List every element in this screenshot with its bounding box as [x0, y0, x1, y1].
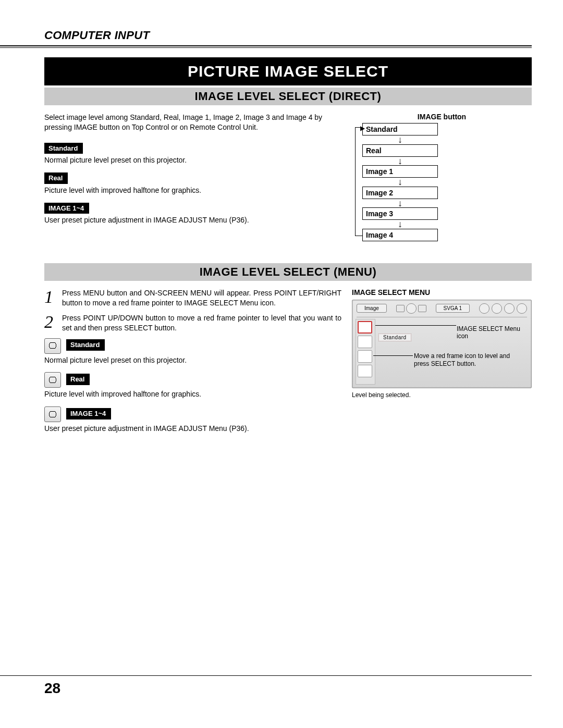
arrow-down-icon: ↓: [362, 158, 438, 165]
intro-text: Select image level among Standard, Real,…: [44, 113, 341, 132]
arrow-down-icon: ↓: [362, 137, 438, 143]
callout-line: [375, 325, 456, 326]
right-arrow-icon: [418, 305, 426, 312]
arrow-down-icon: ↓: [362, 179, 438, 186]
footer-rule: [0, 675, 532, 676]
option-desc-image14: User preset picture adjustment in IMAGE …: [44, 215, 341, 225]
osd-selected-item: Standard: [378, 334, 411, 341]
image-select-menu-title: IMAGE SELECT MENU: [352, 288, 532, 297]
arrow-down-icon: ↓: [362, 200, 438, 207]
toolbar-icon: [479, 303, 489, 314]
flow-item: Image 4: [362, 229, 438, 241]
option-label-real: Real: [44, 172, 68, 184]
subsection-heading-direct: IMAGE LEVEL SELECT (DIRECT): [44, 88, 532, 105]
sidebar-level-icon: [358, 350, 372, 363]
callout-move-frame: Move a red frame icon to level and press…: [414, 352, 526, 368]
flow-item: Image 3: [362, 207, 438, 220]
option-desc-real: Picture level with improved halftone for…: [44, 186, 341, 195]
toolbar-icon: [504, 303, 515, 314]
option-desc-image14-2: User preset picture adjustment in IMAGE …: [44, 424, 341, 434]
option-label-image14: IMAGE 1~4: [44, 203, 89, 214]
step-number-2: 2: [44, 313, 56, 333]
flow-item: Real: [362, 144, 438, 157]
loop-arrow-icon: ▶: [360, 125, 365, 132]
option-desc-standard: Normal picture level preset on this proj…: [44, 155, 341, 165]
flow-item: Image 1: [362, 165, 438, 178]
mode-dot-icon: [406, 303, 417, 314]
section-header: COMPUTER INPUT: [44, 29, 532, 42]
flow-item: Standard: [362, 123, 438, 135]
flow-item: Image 2: [362, 187, 438, 199]
sidebar-level-icon: [358, 365, 372, 377]
step-text-2: Press POINT UP/DOWN button to move a red…: [62, 313, 341, 333]
toolbar-icon: [517, 303, 527, 314]
image-button-flow: ▶ Standard ↓ Real ↓ Image 1 ↓ Image 2 ↓ …: [362, 123, 438, 241]
sidebar-level-icon: [358, 336, 372, 348]
osd-mode-label: SVGA 1: [436, 304, 470, 313]
option-desc-real-2: Picture level with improved halftone for…: [44, 389, 341, 399]
monitor-icon: 🖵: [44, 372, 61, 388]
option-label-standard: Standard: [44, 143, 83, 154]
option-label-real-2: Real: [66, 374, 90, 385]
monitor-icon: 🖵: [44, 338, 61, 354]
left-arrow-icon: [396, 305, 405, 312]
sidebar-level-icon: [358, 321, 372, 334]
monitor-icon: 🖵: [44, 406, 61, 422]
callout-image-select-icon: IMAGE SELECT Menu icon: [457, 325, 524, 340]
option-desc-standard-2: Normal picture level preset on this proj…: [44, 355, 341, 365]
callout-line: [373, 355, 413, 356]
option-label-image14-2: IMAGE 1~4: [66, 408, 111, 419]
toolbar-icon: [492, 303, 502, 314]
subsection-heading-menu: IMAGE LEVEL SELECT (MENU): [44, 263, 532, 281]
step-number-1: 1: [44, 288, 56, 308]
page-number: 28: [44, 680, 60, 697]
osd-tab-label: Image: [357, 304, 387, 313]
level-selected-note: Level being selected.: [352, 391, 532, 399]
step-text-1: Press MENU button and ON-SCREEN MENU wil…: [62, 288, 341, 308]
osd-sidebar: [356, 319, 375, 385]
page-title-bar: PICTURE IMAGE SELECT: [44, 57, 532, 85]
image-button-title: IMAGE button: [352, 113, 532, 121]
option-label-standard-2: Standard: [66, 339, 105, 351]
header-rule: [0, 45, 532, 48]
arrow-down-icon: ↓: [362, 221, 438, 228]
osd-window: Image SVGA 1: [352, 300, 532, 388]
